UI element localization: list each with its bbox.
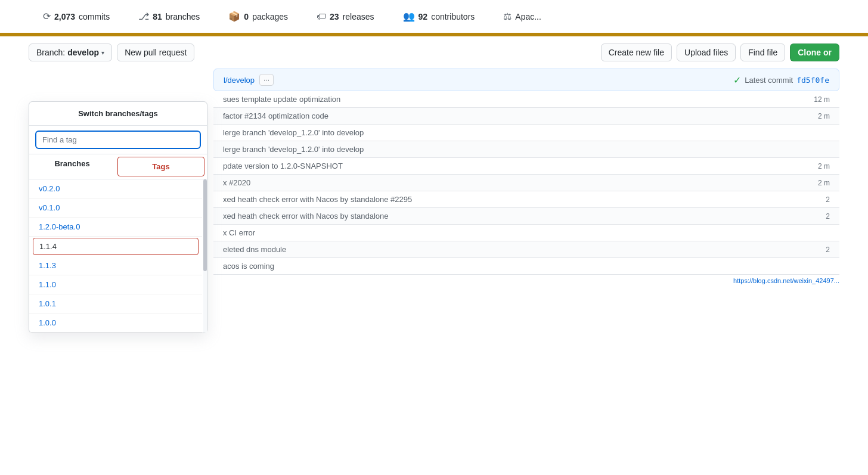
new-pull-request-button[interactable]: New pull request bbox=[117, 44, 194, 61]
table-row: xed heath check error with Nacos by stan… bbox=[213, 208, 839, 225]
upload-files-label: Upload files bbox=[684, 48, 728, 57]
branches-icon: ⎇ bbox=[138, 11, 149, 22]
releases-count: 23 bbox=[330, 12, 339, 21]
dropdown-search-area bbox=[29, 126, 207, 154]
file-commit-message[interactable]: lerge branch 'develop_1.2.0' into develo… bbox=[223, 128, 794, 137]
find-file-label: Find file bbox=[748, 48, 777, 57]
latest-commit-label: Latest commit bbox=[745, 76, 793, 85]
toolbar-right: Create new file Upload files Find file C… bbox=[601, 44, 839, 61]
top-bar: ⟳ 2,073 commits ⎇ 81 branches 📦 0 packag… bbox=[0, 0, 868, 35]
commit-bar: l/develop ··· ✓ Latest commit fd5f0fe bbox=[213, 69, 839, 91]
contributors-label: contributors bbox=[431, 12, 475, 21]
tag-list-item[interactable]: v0.2.0 bbox=[29, 179, 202, 198]
table-row: pdate version to 1.2.0-SNAPSHOT2 m bbox=[213, 158, 839, 175]
packages-icon: 📦 bbox=[228, 11, 240, 22]
file-commit-message[interactable]: pdate version to 1.2.0-SNAPSHOT bbox=[223, 162, 794, 170]
tag-list-item[interactable]: 1.1.4 bbox=[33, 238, 199, 255]
tab-branches[interactable]: Branches bbox=[29, 154, 115, 179]
commits-label: commits bbox=[79, 12, 110, 21]
tag-list-item[interactable]: 1.1.0 bbox=[29, 275, 202, 287]
file-commit-message[interactable]: xed heath check error with Nacos by stan… bbox=[223, 195, 794, 204]
contributors-link[interactable]: 👥 92 contributors bbox=[389, 6, 489, 27]
file-time: 2 bbox=[794, 212, 830, 221]
footer-url: https://blog.csdn.net/weixin_42497... bbox=[213, 275, 839, 287]
releases-icon: 🏷 bbox=[317, 11, 326, 22]
file-time: 2 m bbox=[794, 162, 830, 170]
commits-link[interactable]: ⟳ 2,073 commits bbox=[29, 6, 124, 27]
commit-path[interactable]: l/develop bbox=[224, 76, 255, 85]
create-new-file-button[interactable]: Create new file bbox=[601, 44, 672, 61]
table-row: lerge branch 'develop_1.2.0' into develo… bbox=[213, 141, 839, 158]
license-label: Apac... bbox=[515, 12, 541, 21]
license-link[interactable]: ⚖ Apac... bbox=[489, 6, 556, 27]
file-time: 12 m bbox=[794, 95, 830, 104]
table-row: sues template update optimization12 m bbox=[213, 91, 839, 108]
scrollbar-thumb bbox=[203, 179, 207, 271]
table-row: factor #2134 optimization code2 m bbox=[213, 108, 839, 125]
table-row: xed heath check error with Nacos by stan… bbox=[213, 191, 839, 208]
main-content: l/develop ··· ✓ Latest commit fd5f0fe su… bbox=[185, 69, 868, 287]
branch-name: develop bbox=[67, 48, 99, 57]
tab-tags[interactable]: Tags bbox=[117, 157, 204, 176]
branch-tag-dropdown: Switch branches/tags Branches Tags v0.2.… bbox=[29, 101, 207, 287]
file-list: sues template update optimization12 mfac… bbox=[213, 91, 839, 275]
clone-button[interactable]: Clone or bbox=[790, 44, 839, 61]
releases-link[interactable]: 🏷 23 releases bbox=[302, 7, 389, 27]
file-commit-message[interactable]: acos is coming bbox=[223, 262, 794, 271]
file-commit-message[interactable]: factor #2134 optimization code bbox=[223, 111, 794, 120]
packages-label: packages bbox=[252, 12, 288, 21]
new-pr-label: New pull request bbox=[125, 48, 187, 57]
toolbar: Branch: develop ▾ New pull request Creat… bbox=[0, 36, 868, 69]
releases-label: releases bbox=[343, 12, 374, 21]
commit-hash[interactable]: fd5f0fe bbox=[796, 76, 829, 85]
packages-count: 0 bbox=[244, 12, 249, 21]
file-commit-message[interactable]: x #2020 bbox=[223, 178, 794, 187]
file-time: 2 bbox=[794, 246, 830, 254]
file-commit-message[interactable]: x CI error bbox=[223, 228, 794, 237]
table-row: x CI error bbox=[213, 225, 839, 241]
commit-bar-right: ✓ Latest commit fd5f0fe bbox=[733, 74, 829, 86]
commit-bar-left: l/develop ··· bbox=[224, 74, 274, 86]
file-commit-message[interactable]: eleted dns module bbox=[223, 245, 794, 254]
dropdown-tabs: Branches Tags bbox=[29, 154, 207, 179]
contributors-icon: 👥 bbox=[403, 11, 415, 22]
scrollbar-track[interactable] bbox=[203, 179, 207, 287]
clone-label: Clone or bbox=[798, 48, 832, 57]
commits-icon: ⟳ bbox=[43, 11, 51, 22]
branches-link[interactable]: ⎇ 81 branches bbox=[124, 6, 214, 27]
branch-label: Branch: bbox=[36, 48, 65, 57]
find-file-button[interactable]: Find file bbox=[740, 44, 785, 61]
commits-count: 2,073 bbox=[54, 12, 75, 21]
commit-dots-button[interactable]: ··· bbox=[259, 74, 274, 86]
packages-link[interactable]: 📦 0 packages bbox=[214, 6, 302, 27]
branches-label: branches bbox=[166, 12, 200, 21]
dropdown-arrow-icon: ▾ bbox=[101, 49, 104, 56]
create-file-label: Create new file bbox=[609, 48, 664, 57]
file-commit-message[interactable]: sues template update optimization bbox=[223, 95, 794, 104]
table-row: lerge branch 'develop_1.2.0' into develo… bbox=[213, 125, 839, 141]
contributors-count: 92 bbox=[418, 12, 428, 21]
file-time: 2 bbox=[794, 195, 830, 204]
tag-list-item[interactable]: v0.1.0 bbox=[29, 198, 202, 218]
file-time: 2 m bbox=[794, 179, 830, 187]
file-commit-message[interactable]: lerge branch 'develop_1.2.0' into develo… bbox=[223, 145, 794, 154]
tag-list-item[interactable]: 1.1.3 bbox=[29, 256, 202, 275]
upload-files-button[interactable]: Upload files bbox=[677, 44, 736, 61]
table-row: x #20202 m bbox=[213, 175, 839, 191]
tag-list-item[interactable]: 1.2.0-beta.0 bbox=[29, 218, 202, 237]
branch-selector-button[interactable]: Branch: develop ▾ bbox=[29, 44, 112, 61]
branches-count: 81 bbox=[153, 12, 162, 21]
check-icon: ✓ bbox=[733, 74, 741, 86]
table-row: acos is coming bbox=[213, 258, 839, 275]
dropdown-header: Switch branches/tags bbox=[29, 102, 207, 126]
tags-list: v0.2.0v0.1.01.2.0-beta.01.1.41.1.31.1.01… bbox=[29, 179, 207, 287]
file-time: 2 m bbox=[794, 112, 830, 120]
table-row: eleted dns module2 bbox=[213, 241, 839, 258]
license-icon: ⚖ bbox=[503, 11, 512, 22]
file-commit-message[interactable]: xed heath check error with Nacos by stan… bbox=[223, 212, 794, 221]
tag-search-input[interactable] bbox=[35, 131, 201, 149]
